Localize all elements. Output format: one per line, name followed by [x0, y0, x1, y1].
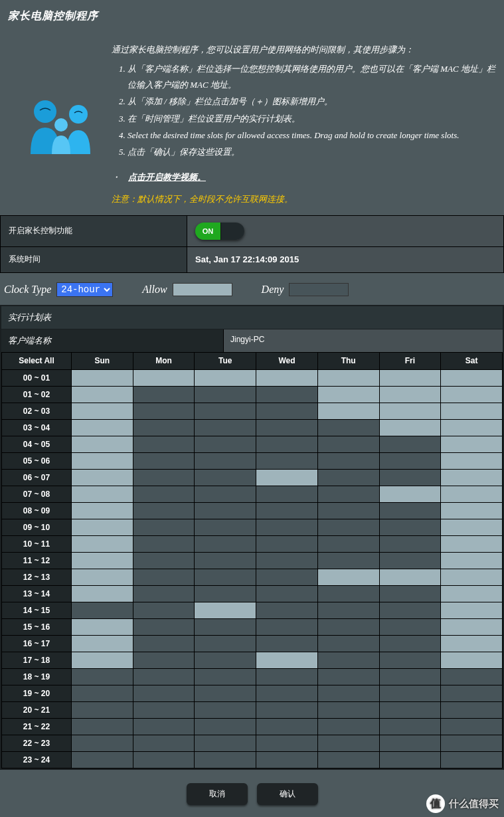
- schedule-cell[interactable]: [379, 751, 441, 768]
- schedule-cell[interactable]: [379, 452, 441, 469]
- time-row-label[interactable]: 07 ~ 08: [2, 486, 72, 502]
- schedule-cell[interactable]: [133, 751, 195, 768]
- schedule-cell[interactable]: [256, 751, 318, 768]
- time-row-label[interactable]: 14 ~ 15: [2, 602, 72, 618]
- schedule-cell[interactable]: [133, 452, 195, 469]
- schedule-cell[interactable]: [317, 751, 379, 768]
- schedule-cell[interactable]: [133, 668, 195, 685]
- schedule-cell[interactable]: [317, 436, 379, 452]
- day-header[interactable]: Tue: [195, 352, 256, 369]
- time-row-label[interactable]: 15 ~ 16: [2, 618, 72, 635]
- schedule-cell[interactable]: [441, 585, 503, 602]
- schedule-cell[interactable]: [195, 502, 256, 519]
- schedule-cell[interactable]: [441, 718, 503, 735]
- schedule-cell[interactable]: [133, 419, 195, 436]
- schedule-cell[interactable]: [256, 469, 318, 486]
- schedule-cell[interactable]: [379, 685, 441, 701]
- schedule-cell[interactable]: [256, 552, 318, 569]
- schedule-cell[interactable]: [256, 519, 318, 535]
- schedule-cell[interactable]: [256, 602, 318, 618]
- schedule-cell[interactable]: [317, 486, 379, 502]
- schedule-cell[interactable]: [317, 635, 379, 652]
- schedule-cell[interactable]: [72, 602, 133, 618]
- schedule-cell[interactable]: [72, 652, 133, 668]
- schedule-cell[interactable]: [441, 369, 503, 386]
- schedule-cell[interactable]: [256, 718, 318, 735]
- schedule-cell[interactable]: [317, 668, 379, 685]
- schedule-cell[interactable]: [72, 585, 133, 602]
- schedule-cell[interactable]: [195, 486, 256, 502]
- schedule-cell[interactable]: [195, 618, 256, 635]
- day-header[interactable]: Sat: [441, 352, 503, 369]
- time-row-label[interactable]: 21 ~ 22: [2, 718, 72, 735]
- schedule-cell[interactable]: [379, 403, 441, 419]
- time-row-label[interactable]: 00 ~ 01: [2, 369, 72, 386]
- schedule-cell[interactable]: [133, 635, 195, 652]
- schedule-cell[interactable]: [441, 635, 503, 652]
- schedule-cell[interactable]: [133, 585, 195, 602]
- schedule-cell[interactable]: [441, 502, 503, 519]
- time-row-label[interactable]: 06 ~ 07: [2, 469, 72, 486]
- schedule-cell[interactable]: [133, 569, 195, 585]
- schedule-cell[interactable]: [195, 652, 256, 668]
- schedule-cell[interactable]: [72, 535, 133, 552]
- schedule-cell[interactable]: [441, 751, 503, 768]
- schedule-cell[interactable]: [72, 569, 133, 585]
- schedule-cell[interactable]: [195, 668, 256, 685]
- schedule-cell[interactable]: [133, 701, 195, 718]
- schedule-cell[interactable]: [441, 452, 503, 469]
- time-row-label[interactable]: 04 ~ 05: [2, 436, 72, 452]
- schedule-cell[interactable]: [441, 552, 503, 569]
- schedule-cell[interactable]: [317, 519, 379, 535]
- schedule-cell[interactable]: [317, 685, 379, 701]
- schedule-cell[interactable]: [256, 585, 318, 602]
- schedule-cell[interactable]: [317, 701, 379, 718]
- schedule-cell[interactable]: [195, 469, 256, 486]
- schedule-cell[interactable]: [379, 369, 441, 386]
- schedule-cell[interactable]: [379, 585, 441, 602]
- day-header[interactable]: Wed: [256, 352, 318, 369]
- clock-type-select[interactable]: 24-hour: [56, 282, 113, 297]
- schedule-cell[interactable]: [133, 618, 195, 635]
- schedule-cell[interactable]: [379, 735, 441, 751]
- schedule-cell[interactable]: [317, 552, 379, 569]
- schedule-cell[interactable]: [72, 502, 133, 519]
- schedule-cell[interactable]: [441, 685, 503, 701]
- schedule-cell[interactable]: [72, 751, 133, 768]
- schedule-cell[interactable]: [317, 369, 379, 386]
- schedule-cell[interactable]: [133, 403, 195, 419]
- cancel-button[interactable]: 取消: [187, 783, 248, 805]
- schedule-cell[interactable]: [379, 436, 441, 452]
- schedule-cell[interactable]: [441, 486, 503, 502]
- ok-button[interactable]: 确认: [257, 783, 318, 805]
- schedule-cell[interactable]: [72, 618, 133, 635]
- schedule-cell[interactable]: [256, 735, 318, 751]
- schedule-cell[interactable]: [256, 369, 318, 386]
- schedule-cell[interactable]: [195, 452, 256, 469]
- day-header[interactable]: Mon: [133, 352, 195, 369]
- schedule-cell[interactable]: [72, 403, 133, 419]
- schedule-cell[interactable]: [195, 635, 256, 652]
- schedule-cell[interactable]: [72, 369, 133, 386]
- time-row-label[interactable]: 23 ~ 24: [2, 751, 72, 768]
- schedule-cell[interactable]: [379, 718, 441, 735]
- time-row-label[interactable]: 13 ~ 14: [2, 585, 72, 602]
- schedule-cell[interactable]: [72, 386, 133, 403]
- schedule-cell[interactable]: [256, 436, 318, 452]
- schedule-cell[interactable]: [195, 403, 256, 419]
- schedule-cell[interactable]: [317, 735, 379, 751]
- time-row-label[interactable]: 09 ~ 10: [2, 519, 72, 535]
- schedule-cell[interactable]: [72, 701, 133, 718]
- schedule-cell[interactable]: [256, 701, 318, 718]
- schedule-cell[interactable]: [441, 419, 503, 436]
- schedule-cell[interactable]: [317, 585, 379, 602]
- schedule-cell[interactable]: [256, 535, 318, 552]
- schedule-cell[interactable]: [379, 552, 441, 569]
- schedule-cell[interactable]: [379, 569, 441, 585]
- schedule-cell[interactable]: [195, 436, 256, 452]
- schedule-cell[interactable]: [72, 452, 133, 469]
- schedule-cell[interactable]: [317, 569, 379, 585]
- schedule-cell[interactable]: [441, 668, 503, 685]
- schedule-cell[interactable]: [133, 552, 195, 569]
- schedule-cell[interactable]: [133, 735, 195, 751]
